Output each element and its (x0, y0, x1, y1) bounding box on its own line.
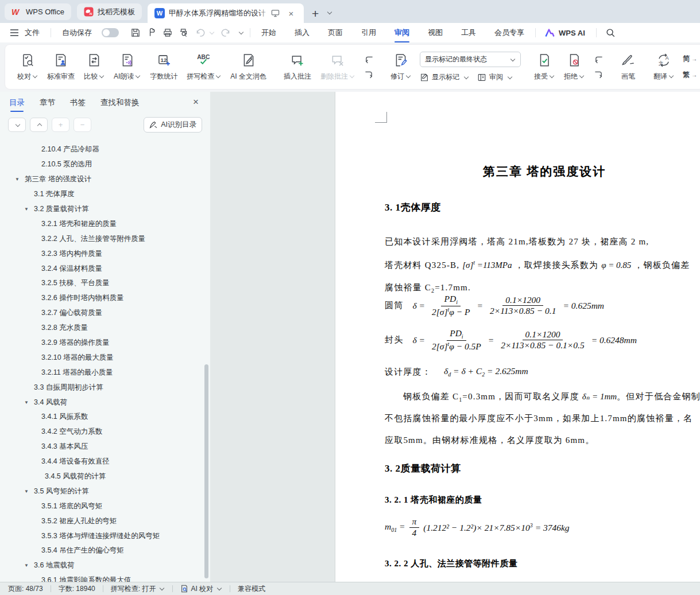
menu-item-tools[interactable]: 工具 (456, 28, 481, 38)
wps-ai-logo-icon[interactable] (542, 26, 557, 40)
toc-item[interactable]: 2.10.4 产品冷却器 (0, 142, 210, 157)
print-preview-icon[interactable] (176, 26, 191, 40)
toc-item[interactable]: 3.2.7 偏心载荷质量 (0, 306, 210, 321)
more-tools-chevron-icon[interactable] (239, 30, 243, 34)
toc-item[interactable]: 3.2.8 充水质量 (0, 321, 210, 336)
reject-revision-button[interactable]: 拒绝 (560, 50, 589, 84)
toc-item[interactable]: 3.4.1 风振系数 (0, 410, 210, 425)
toc-item[interactable]: ▼第三章 塔的强度设计 (0, 172, 210, 187)
search-icon[interactable] (603, 26, 618, 40)
proofread-button[interactable]: 校对 (13, 50, 42, 84)
tab-wps-office[interactable]: W WPS Office (5, 3, 71, 20)
hamburger-menu-icon[interactable] (7, 26, 22, 40)
zoom-in-toc-button[interactable]: + (52, 118, 69, 132)
doc-formula-mass[interactable]: m01 = π4 (1.212² − 1.2²)× 21×7.85×103 = … (385, 516, 570, 538)
toc-item[interactable]: 3.2.4 保温材料质量 (0, 261, 210, 276)
document-canvas[interactable]: 第三章 塔的强度设计 3. 1壳体厚度 已知本设计采用浮阀塔，塔高 21m,塔板… (210, 92, 700, 582)
collapse-arrow-icon[interactable]: ▼ (24, 563, 30, 568)
standard-review-button[interactable]: 标准审查 (43, 50, 79, 84)
close-sidebar-icon[interactable]: × (193, 96, 199, 108)
doc-heading-3-2-2[interactable]: 3. 2. 2 人孔、法兰接管等附件质量 (385, 558, 517, 569)
zoom-out-toc-button[interactable]: − (74, 118, 91, 132)
menu-item-insert[interactable]: 插入 (289, 28, 315, 38)
ink-pen-button[interactable]: 画笔 (616, 50, 640, 84)
markup-state-dropdown[interactable]: 显示标记的最终状态 (420, 52, 521, 67)
toc-item[interactable]: ▼3.3 自振周期初步计算 (0, 380, 210, 395)
toc-item[interactable]: 3.2.9 塔器的操作质量 (0, 336, 210, 351)
wps-ai-label[interactable]: WPS AI (558, 29, 590, 37)
page-indicator[interactable]: 页面: 48/73 (8, 584, 43, 594)
translate-button[interactable]: 文A 翻译 (649, 50, 678, 84)
save-icon[interactable] (128, 26, 143, 40)
toc-item[interactable]: ▼3.1 壳体厚度 (0, 187, 210, 202)
toc-item[interactable]: 3.5.4 吊住产生的偏心弯矩 (0, 543, 210, 558)
collapse-arrow-icon[interactable]: ▼ (24, 207, 30, 212)
doc-paragraph[interactable]: 应取5mm。由钢材标准规格，名义厚度取为 6mm。 (385, 435, 594, 446)
toc-item[interactable]: 3.2.1 塔壳和裙座的质量 (0, 216, 210, 231)
doc-heading-3-2[interactable]: 3. 2质量载荷计算 (385, 462, 461, 475)
collapse-arrow-icon[interactable]: ▼ (24, 489, 30, 494)
track-changes-button[interactable]: 修订 (386, 50, 415, 84)
toc-item[interactable]: 3.6.1 地震影响系数的最大值 (0, 573, 210, 582)
sidebar-tab-find-replace[interactable]: 查找和替换 (100, 98, 140, 108)
toc-item[interactable]: 3.2.3 塔内构件质量 (0, 246, 210, 261)
doc-formula-design-thickness[interactable]: 设计厚度： δd = δ + C2 = 2.625mm (385, 366, 528, 378)
doc-paragraph[interactable]: 不包括腐蚀裕量的最小厚度应不小于3mm，如果加上1.7mm的腐蚀裕量，名 (385, 413, 693, 424)
print-icon[interactable] (160, 26, 175, 40)
ai-proofread-status[interactable]: AI 校对 (180, 584, 222, 594)
toc-item[interactable]: ▼3.2 质量载荷计算 (0, 202, 210, 217)
export-pdf-icon[interactable] (144, 26, 159, 40)
tab-list-chevron-icon[interactable] (326, 7, 332, 17)
expand-all-button[interactable] (8, 118, 26, 132)
undo-icon[interactable] (192, 26, 207, 40)
toc-item[interactable]: 3.4.3 基本风压 (0, 440, 210, 454)
doc-paragraph[interactable]: 腐蚀裕量 C2=1.7mm. (385, 282, 471, 294)
to-traditional-button[interactable]: 简→转繁 (683, 54, 700, 64)
close-tab-icon[interactable]: × (285, 7, 297, 19)
review-pane-button[interactable]: 审阅 (477, 72, 513, 82)
menu-item-membership[interactable]: 会员专享 (489, 28, 529, 38)
collapse-all-button[interactable] (30, 118, 48, 132)
to-simplified-button[interactable]: 繁→转简 (683, 70, 700, 80)
toc-item[interactable]: ▼3.6 地震载荷 (0, 558, 210, 573)
screen-share-icon[interactable] (270, 7, 281, 19)
doc-paragraph[interactable]: 钢板负偏差 C1=0.3mm，因而可取名义厚度 δₙ = 1mm。但对于低合金钢… (403, 391, 700, 403)
doc-formula-cylinder[interactable]: 圆筒 δ = PDi2[σ]tφ − P = 0.1×12002×113×0.8… (385, 294, 604, 318)
next-comment-icon[interactable] (362, 69, 376, 80)
doc-paragraph[interactable]: 塔壳材料 Q325-B, [σ]t =113MPa ，取焊接接头系数为 φ = … (385, 259, 690, 271)
collapse-arrow-icon[interactable]: ▼ (24, 400, 30, 405)
menu-item-reference[interactable]: 引用 (356, 28, 381, 38)
collapse-arrow-icon[interactable]: ▼ (15, 177, 21, 182)
toc-item[interactable]: ▼3.4 风载荷 (0, 395, 210, 410)
toc-item[interactable]: ▼3.5 风弯矩的计算 (0, 484, 210, 499)
toc-item[interactable]: 3.2.6 操作时塔内物料质量 (0, 291, 210, 306)
menu-item-view[interactable]: 视图 (423, 28, 448, 38)
spellcheck-status[interactable]: 拼写检查: 打开 (111, 584, 165, 594)
file-menu[interactable]: 文件 (22, 28, 45, 38)
toc-item[interactable]: 3.4.2 空气动力系数 (0, 425, 210, 440)
menu-item-home[interactable]: 开始 (256, 28, 281, 38)
next-revision-icon[interactable] (591, 69, 605, 80)
show-markup-button[interactable]: 显示标记 (420, 72, 469, 82)
insert-comment-button[interactable]: 插入批注 (280, 50, 315, 84)
accept-revision-button[interactable]: 接受 (530, 50, 559, 84)
previous-revision-icon[interactable] (591, 54, 605, 65)
menu-item-page[interactable]: 页面 (323, 28, 348, 38)
ai-recognize-toc-button[interactable]: AI识别目录 (144, 117, 202, 133)
ai-read-aloud-button[interactable]: AI朗读 (110, 50, 145, 84)
sidebar-tab-toc[interactable]: 目录 (9, 98, 25, 108)
sidebar-tab-bookmarks[interactable]: 书签 (70, 98, 86, 108)
word-count-indicator[interactable]: 字数: 18940 (59, 584, 95, 594)
toc-item[interactable]: 3.2.10 塔器的最大质量 (0, 350, 210, 365)
toc-item[interactable]: 3.2.5 扶梯、平台质量 (0, 276, 210, 291)
word-count-button[interactable]: 12 字数统计 (146, 50, 181, 84)
doc-heading-3-1[interactable]: 3. 1壳体厚度 (385, 201, 441, 214)
redo-icon[interactable] (218, 26, 233, 40)
toc-item[interactable]: 3.2.11 塔器的最小质量 (0, 365, 210, 380)
autosave-toggle[interactable] (102, 28, 119, 37)
doc-heading-3-2-1[interactable]: 3. 2. 1 塔壳和裙座的质量 (385, 495, 482, 505)
doc-formula-head[interactable]: 封头 δ = PDi2[σ]tφ − 0.5P = 0.1×12002×113×… (385, 328, 637, 352)
previous-comment-icon[interactable] (362, 54, 376, 65)
toc-item[interactable]: 3.5.1 塔底的风弯矩 (0, 499, 210, 514)
toc-item[interactable]: 3.5.3 塔体与焊缝连接焊缝处的风弯矩 (0, 528, 210, 543)
